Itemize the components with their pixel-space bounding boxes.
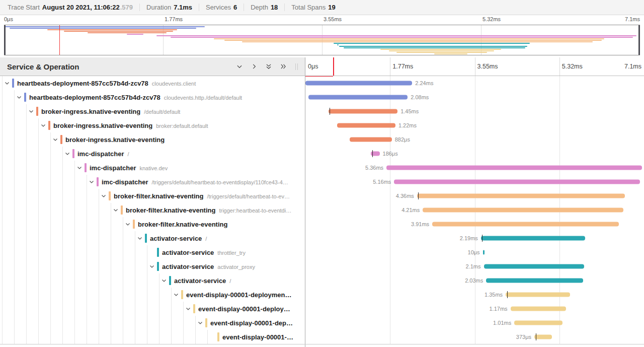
operation-name: /triggers/default/heartbeat-to-ev… — [207, 193, 289, 199]
span-name-row[interactable]: event-display-00001-deploy… — [0, 302, 305, 316]
chevron-down-icon[interactable] — [28, 108, 34, 114]
span-bar[interactable] — [514, 321, 562, 325]
span-bar-row[interactable]: 5.36ms — [305, 161, 644, 175]
chevron-down-icon[interactable] — [236, 63, 243, 70]
span-bar-row[interactable]: 2.24ms — [305, 76, 644, 90]
span-name-row[interactable]: event-display-00001-dep… — [0, 316, 305, 330]
span-bar-row[interactable]: 4.36ms — [305, 189, 644, 203]
double-chevron-down-icon[interactable] — [265, 63, 272, 70]
column-resizer-handle[interactable] — [295, 63, 298, 70]
span-name-row[interactable]: broker-ingress.knative-eventing/default/… — [0, 104, 305, 118]
span-bar[interactable] — [481, 236, 586, 241]
indent-guide — [123, 330, 123, 344]
span-name-row[interactable]: activator-service/ — [0, 273, 305, 288]
chevron-down-icon[interactable] — [149, 263, 155, 269]
chevron-down-icon[interactable] — [197, 320, 203, 326]
span-bar-row[interactable]: 4.21ms — [305, 203, 644, 217]
chevron-down-icon[interactable] — [173, 292, 179, 298]
span-bar-row[interactable]: 10μs — [305, 245, 644, 259]
span-bar[interactable] — [486, 279, 583, 283]
span-name-row[interactable]: imc-dispatcher/ — [0, 147, 305, 161]
operation-name: /triggers/default/heartbeat-to-eventdisp… — [151, 179, 288, 185]
chevron-down-icon[interactable] — [40, 122, 46, 128]
minimap-canvas[interactable] — [4, 25, 640, 55]
span-name-row[interactable]: broker-filter.knative-eventing/triggers/… — [0, 189, 305, 203]
span-start-tick — [330, 108, 330, 115]
span-bar[interactable] — [308, 95, 408, 100]
span-bar[interactable] — [483, 250, 485, 255]
span-bar-row[interactable]: 2.03ms — [305, 273, 644, 288]
span-bar-row[interactable]: 2.1ms — [305, 259, 644, 273]
indent-guide — [74, 245, 75, 259]
span-name-row[interactable]: broker-ingress.knative-eventingbroker:de… — [0, 118, 305, 132]
chevron-down-icon[interactable] — [113, 207, 119, 213]
span-bar-row[interactable]: 1.22ms — [305, 118, 644, 132]
indent-guide — [74, 231, 75, 245]
span-bar[interactable] — [484, 264, 584, 269]
span-bar[interactable] — [432, 222, 619, 227]
span-bar-row[interactable]: 3.91ms — [305, 217, 644, 231]
chevron-down-icon[interactable] — [16, 94, 22, 100]
chevron-down-icon[interactable] — [137, 235, 143, 241]
span-bar[interactable] — [534, 335, 552, 339]
span-name-row[interactable]: activator-serviceactivator_proxy — [0, 259, 305, 273]
span-bar-row[interactable]: 373μs — [305, 330, 644, 344]
chevron-down-icon[interactable] — [52, 136, 58, 143]
span-bar-row[interactable]: 2.08ms — [305, 90, 644, 104]
span-name-row[interactable]: broker-filter.knative-eventingtrigger:he… — [0, 203, 305, 217]
span-bar-row[interactable]: 1.45ms — [305, 104, 644, 118]
chevron-right-icon[interactable] — [251, 63, 258, 70]
span-bar-row[interactable]: 882μs — [305, 132, 644, 147]
span-name-row[interactable]: activator-servicethrottler_try — [0, 245, 305, 259]
span-name-row[interactable]: broker-ingress.knative-eventing — [0, 132, 305, 147]
span-bar-row[interactable]: 1.35ms — [305, 288, 644, 302]
indent-guide — [62, 273, 63, 288]
chevron-down-icon[interactable] — [161, 277, 167, 284]
service-name: activator-service/ — [150, 235, 302, 242]
chevron-down-icon[interactable] — [76, 165, 83, 171]
chevron-down-icon[interactable] — [185, 306, 191, 312]
timeline-header[interactable]: 0μs 1.77ms 3.55ms 5.32ms 7.1ms — [305, 57, 644, 76]
span-bar[interactable] — [386, 166, 642, 170]
indent-guide — [50, 189, 51, 203]
indent-guide — [2, 175, 3, 189]
minimap-left-scrubber[interactable] — [4, 25, 6, 55]
chevron-down-icon[interactable] — [89, 179, 95, 185]
span-duration-label: 1.22ms — [398, 122, 417, 128]
span-bar-row[interactable]: 2.19ms — [305, 231, 644, 245]
span-name-row[interactable]: event-display-00001-… — [0, 330, 305, 344]
span-bar[interactable] — [417, 194, 625, 198]
services-label: Services — [206, 4, 231, 11]
span-name-row[interactable]: event-display-00001-deploymen… — [0, 288, 305, 302]
span-name-row[interactable]: imc-dispatcherknative.dev — [0, 161, 305, 175]
span-bar[interactable] — [511, 307, 567, 311]
minimap-right-scrubber[interactable] — [638, 25, 640, 55]
span-duration-label: 1.45ms — [400, 108, 419, 114]
service-name: event-display-00001-deploy… — [198, 305, 302, 313]
double-chevron-right-icon[interactable] — [280, 63, 287, 70]
span-bar[interactable] — [423, 208, 623, 213]
chevron-down-icon[interactable] — [125, 221, 131, 227]
span-bar[interactable] — [337, 123, 395, 128]
span-name-row[interactable]: heartbeats-deployment-857cc57b4d-zcv78cl… — [0, 76, 305, 90]
indent-guide — [26, 288, 27, 302]
span-bar[interactable] — [305, 81, 412, 86]
minimap-span — [47, 29, 177, 30]
chevron-down-icon[interactable] — [101, 193, 107, 199]
span-bar-row[interactable]: 186μs — [305, 147, 644, 161]
span-name-row[interactable]: broker-filter.knative-eventing — [0, 217, 305, 231]
span-bar[interactable] — [350, 137, 392, 142]
span-name-row[interactable]: imc-dispatcher/triggers/default/heartbea… — [0, 175, 305, 189]
span-bar[interactable] — [506, 293, 570, 297]
span-bar-row[interactable]: 1.01ms — [305, 316, 644, 330]
span-name-row[interactable]: activator-service/ — [0, 231, 305, 245]
span-bar[interactable] — [329, 109, 397, 114]
span-bar-row[interactable]: 1.17ms — [305, 302, 644, 316]
indent-guide — [26, 161, 27, 175]
span-name-row[interactable]: heartbeats-deployment-857cc57b4d-zcv78cl… — [0, 90, 305, 104]
indent-guide — [38, 273, 39, 288]
chevron-down-icon[interactable] — [64, 151, 70, 157]
span-bar-row[interactable]: 5.16ms — [305, 175, 644, 189]
span-bar[interactable] — [394, 180, 640, 184]
chevron-down-icon[interactable] — [4, 80, 10, 86]
